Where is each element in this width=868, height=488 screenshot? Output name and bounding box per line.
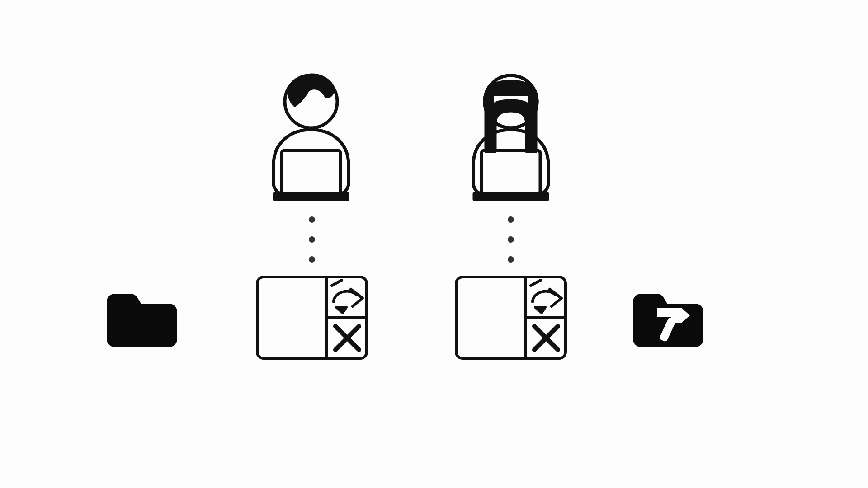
- folder-hammer-icon: [627, 286, 705, 351]
- send-forward-icon: [531, 280, 561, 313]
- diagram-canvas: [0, 0, 868, 488]
- svg-point-7: [309, 256, 315, 263]
- close-icon: [335, 326, 359, 350]
- control-card: [256, 276, 368, 361]
- svg-point-10: [508, 256, 514, 263]
- person-with-laptop-icon: [454, 70, 567, 203]
- svg-point-8: [508, 216, 514, 223]
- svg-rect-1: [282, 150, 340, 194]
- svg-rect-4: [481, 150, 540, 194]
- control-card: [455, 276, 567, 361]
- person-with-laptop-icon: [255, 70, 368, 203]
- svg-line-20: [531, 280, 541, 286]
- dotted-connector-icon: [309, 216, 315, 267]
- send-forward-icon: [332, 280, 363, 313]
- svg-point-9: [508, 236, 514, 243]
- dotted-connector-icon: [508, 216, 514, 267]
- svg-point-6: [309, 236, 315, 243]
- svg-point-5: [309, 216, 315, 223]
- folder-icon: [101, 286, 179, 351]
- svg-line-14: [332, 280, 342, 286]
- close-icon: [534, 326, 558, 350]
